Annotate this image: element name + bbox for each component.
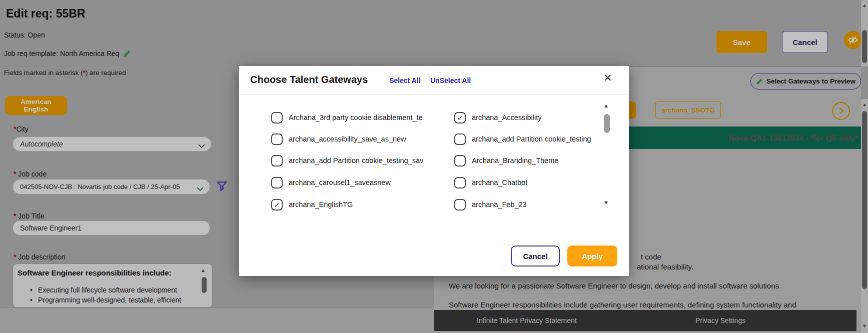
dialog-title: Choose Talent Gateways [250, 74, 368, 86]
gateway-checkbox[interactable] [454, 155, 466, 166]
gateway-label: archana_Accessibility [472, 112, 541, 124]
gateway-checkbox[interactable] [271, 112, 283, 124]
gateway-label: Archana_3rd party cookie disablement_te [289, 112, 423, 124]
list-scroll-down-icon[interactable]: ▼ [603, 200, 609, 206]
gateway-label: archana_carousel1_saveasnew [289, 177, 391, 188]
gateway-label: archana_accessibility_save_as_new [289, 134, 406, 145]
dialog-cancel-button[interactable]: Cancel [511, 246, 560, 266]
gateway-checkbox[interactable] [271, 134, 283, 145]
gateway-label: archana_EnglishTG [289, 199, 353, 210]
gateway-checkbox[interactable] [454, 134, 466, 145]
gateway-label: archana_Feb_23 [472, 199, 527, 210]
gateway-checkbox[interactable] [271, 155, 283, 166]
gateway-checkbox[interactable]: ✓ [454, 112, 466, 124]
unselect-all-link[interactable]: UnSelect All [430, 76, 471, 84]
gateway-checkbox[interactable] [454, 199, 466, 210]
close-icon[interactable]: ✕ [600, 72, 615, 84]
gateway-label: Archana_Branding_Theme [472, 155, 558, 166]
gateway-checkbox[interactable] [271, 177, 283, 188]
list-scrollbar-thumb[interactable] [604, 114, 610, 133]
dialog-header-divider [239, 94, 629, 95]
choose-talent-gateways-dialog: Choose Talent Gateways Select All UnSele… [239, 66, 629, 276]
app-window: Edit req: 55BR Status: Open Job req temp… [0, 0, 868, 333]
gateway-label: archana_Chatbot [472, 177, 527, 188]
gateway-checkbox[interactable]: ✓ [271, 199, 283, 210]
gateway-checkbox[interactable] [454, 177, 466, 188]
gateway-label: archana_add Partition cookie_testing [472, 134, 591, 145]
list-scroll-up-icon[interactable]: ▲ [603, 103, 609, 108]
dialog-apply-button[interactable]: Apply [567, 246, 617, 266]
gateway-label: archana_add Partition cookie_testing_sav [289, 155, 423, 166]
select-all-link[interactable]: Select All [389, 76, 421, 84]
